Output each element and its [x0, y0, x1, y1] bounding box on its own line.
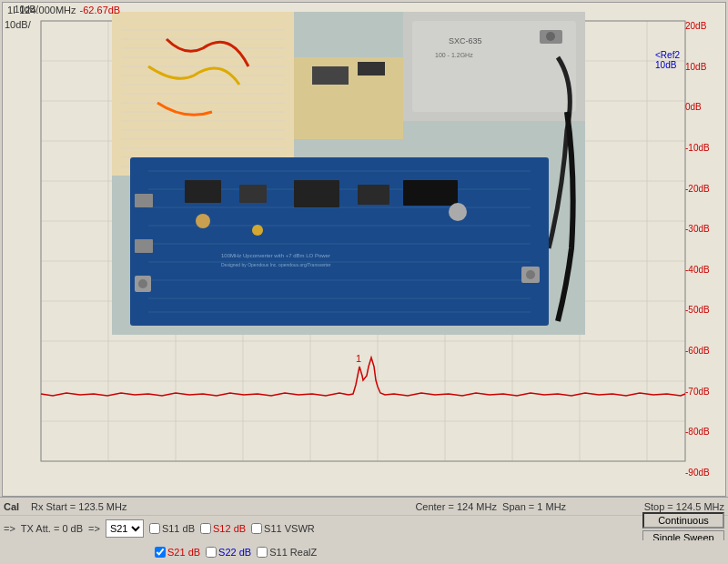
svg-point-70 — [138, 279, 147, 288]
y-axis-right: 20dB 10dB 0dB -10dB -20dB -30dB -40dB -5… — [682, 21, 723, 478]
svg-point-66 — [449, 203, 467, 221]
y-label-neg10db: -10dB — [682, 143, 723, 153]
photo-overlay: SXC-635 100 - 1.2GHz — [112, 12, 585, 335]
s11db-checkbox-group[interactable]: S11 dB — [149, 523, 195, 534]
y-label-neg70db: -70dB — [682, 387, 723, 397]
center-freq: Center = 124 MHz Span = 1 MHz — [338, 501, 644, 512]
y-label-neg60db: -60dB — [682, 346, 723, 356]
controls-bar: => TX Att. = 0 dB => S21 S11 S12 S22 S11… — [0, 515, 728, 540]
svg-rect-77 — [358, 62, 385, 76]
svg-rect-67 — [135, 194, 153, 207]
svg-text:Designed by Opendous Inc. open: Designed by Opendous Inc. opendous.org/T… — [221, 262, 331, 267]
controls-bar-2: S21 dB S22 dB S11 RealZ — [0, 540, 728, 564]
s11vswr-checkbox[interactable] — [251, 523, 262, 534]
s12db-checkbox[interactable] — [200, 523, 211, 534]
s22db-checkbox-group[interactable]: S22 dB — [206, 547, 251, 558]
svg-rect-61 — [294, 180, 339, 207]
s21db-checkbox[interactable] — [155, 547, 166, 558]
s21db-checkbox-group[interactable]: S21 dB — [155, 547, 200, 558]
svg-point-72 — [526, 270, 535, 279]
y-label-neg50db: -50dB — [682, 305, 723, 315]
svg-rect-63 — [403, 180, 458, 206]
svg-text:SXC-635: SXC-635 — [449, 36, 482, 45]
y-label-neg20db: -20dB — [682, 184, 723, 194]
s22db-checkbox[interactable] — [206, 547, 217, 558]
s11db-checkbox[interactable] — [149, 523, 160, 534]
y-label-neg30db: -30dB — [682, 224, 723, 234]
y-label-0db: 0dB — [682, 102, 723, 112]
s22db-label: S22 dB — [218, 547, 251, 558]
y-axis-left: 10dB/ — [5, 3, 41, 496]
svg-rect-62 — [358, 185, 389, 205]
marker-value: -62.67dB — [80, 5, 121, 15]
svg-rect-59 — [185, 180, 221, 203]
svg-text:100 - 1.2GHz: 100 - 1.2GHz — [435, 52, 473, 58]
stop-freq: Stop = 124.5 MHz — [644, 501, 724, 512]
svg-point-64 — [196, 214, 210, 228]
arrow-label: => — [4, 523, 15, 534]
marker-info: 1I 124.000MHz -62.67dB — [7, 5, 120, 15]
chart-area: SXC-635 100 - 1.2GHz — [2, 2, 726, 497]
s21-select[interactable]: S21 S11 S12 S22 — [106, 519, 144, 538]
svg-rect-68 — [135, 239, 153, 253]
svg-point-48 — [546, 32, 555, 41]
svg-rect-60 — [239, 185, 267, 203]
main-container: SXC-635 100 - 1.2GHz — [0, 0, 728, 564]
cal-label: Cal — [4, 501, 31, 512]
s12db-label: S12 dB — [213, 523, 246, 534]
y-label-10db: 10dB — [682, 62, 723, 72]
y-label-20db: 20dB — [682, 21, 723, 31]
s11vswr-checkbox-group[interactable]: S11 VSWR — [251, 523, 315, 534]
s11realz-checkbox-group[interactable]: S11 RealZ — [257, 547, 317, 558]
s11realz-label: S11 RealZ — [269, 547, 317, 558]
y-label-neg40db: -40dB — [682, 265, 723, 275]
y-label-neg90db: -90dB — [682, 468, 723, 478]
tx-att-label: TX Att. = 0 dB — [21, 523, 83, 534]
s11vswr-label: S11 VSWR — [264, 523, 315, 534]
svg-rect-76 — [312, 66, 349, 85]
y-label-neg80db: -80dB — [682, 427, 723, 437]
status-bar: Cal Rx Start = 123.5 MHz Center = 124 MH… — [0, 497, 728, 515]
s12db-checkbox-group[interactable]: S12 dB — [200, 523, 246, 534]
rx-start: Rx Start = 123.5 MHz — [31, 501, 338, 512]
ref2-label: <Ref2 10dB — [655, 50, 680, 70]
continuous-button[interactable]: Continuous — [642, 512, 724, 529]
s21db-label: S21 dB — [167, 547, 200, 558]
svg-text:100MHz Upconverter with +7 dBm: 100MHz Upconverter with +7 dBm LO Power — [221, 253, 330, 258]
s11realz-checkbox[interactable] — [257, 547, 268, 558]
marker-frequency: 124.000MHz — [19, 5, 76, 15]
svg-point-65 — [252, 225, 263, 236]
marker-index: 1I — [7, 5, 15, 15]
left-scale-label: 10dB/ — [5, 19, 31, 30]
s11db-label: S11 dB — [162, 523, 195, 534]
arrow2-label: => — [88, 523, 100, 534]
